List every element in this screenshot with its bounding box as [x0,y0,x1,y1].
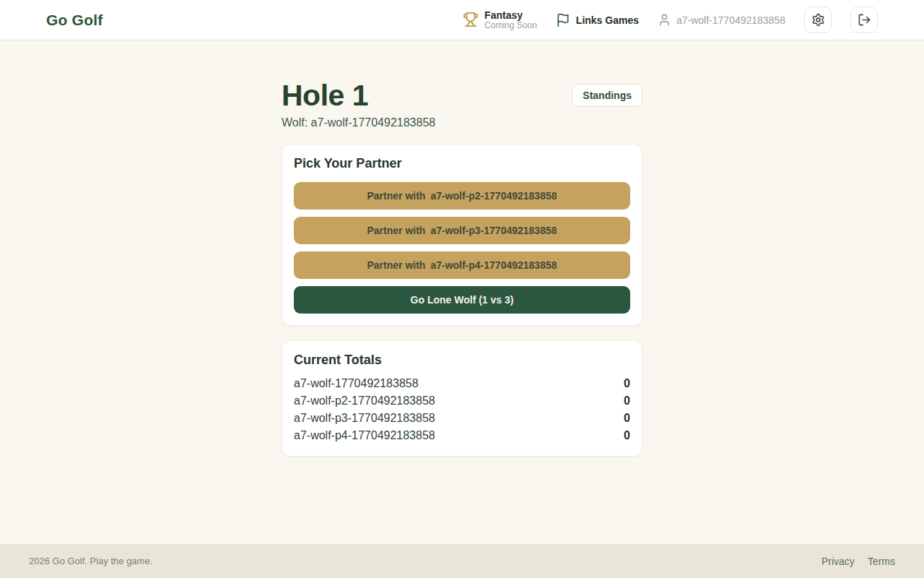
partner-button-p4[interactable]: Partner with a7-wolf-p4-1770492183858 [294,251,630,279]
terms-link[interactable]: Terms [868,556,895,567]
fantasy-sublabel: Coming Soon [484,21,537,31]
current-totals-card: Current Totals a7-wolf-1770492183858 0 a… [282,340,642,457]
player-name: a7-wolf-p3-1770492183858 [294,412,435,425]
pick-partner-heading: Pick Your Partner [294,156,630,171]
page-title: Hole 1 [282,78,368,113]
totals-row: a7-wolf-p4-1770492183858 0 [294,427,630,444]
partner-button-prefix: Partner with [367,190,425,202]
privacy-link[interactable]: Privacy [821,556,855,567]
partner-button-p2[interactable]: Partner with a7-wolf-p2-1770492183858 [294,182,630,210]
brand-logo[interactable]: Go Golf [46,12,103,29]
totals-row: a7-wolf-p3-1770492183858 0 [294,410,630,427]
fantasy-label: Fantasy [484,9,537,21]
lone-wolf-button[interactable]: Go Lone Wolf (1 vs 3) [294,286,630,314]
user-id-text: a7-wolf-1770492183858 [676,14,785,26]
fantasy-text: Fantasy Coming Soon [484,9,537,31]
logout-icon [858,13,871,27]
nav-item-links-games[interactable]: Links Games [556,13,639,27]
wolf-subtitle: Wolf: a7-wolf-1770492183858 [282,116,642,129]
links-games-label: Links Games [576,14,639,26]
footer: 2026 Go Golf. Play the game. Privacy Ter… [0,544,924,578]
wolf-subtitle-prefix: Wolf: [282,116,308,129]
header: Go Golf Fantasy Coming Soon [0,0,924,40]
partner-button-p3[interactable]: Partner with a7-wolf-p3-1770492183858 [294,217,630,244]
user-chip: a7-wolf-1770492183858 [658,13,785,27]
partner-button-name: a7-wolf-p4-1770492183858 [430,259,557,271]
header-nav: Fantasy Coming Soon Links Games a7-wolf-… [463,7,878,33]
player-name: a7-wolf-p2-1770492183858 [294,394,435,407]
footer-links: Privacy Terms [821,556,895,567]
player-score: 0 [624,429,630,442]
user-icon [658,13,671,27]
gear-icon [811,13,825,27]
partner-button-prefix: Partner with [367,259,425,271]
nav-item-fantasy[interactable]: Fantasy Coming Soon [463,9,537,31]
flag-icon [556,13,570,27]
trophy-icon [463,12,479,27]
main-content: Hole 1 Standings Wolf: a7-wolf-177049218… [0,40,924,544]
player-score: 0 [624,377,630,390]
current-totals-heading: Current Totals [294,353,630,368]
wolf-id: a7-wolf-1770492183858 [311,116,436,129]
logout-button[interactable] [850,7,878,33]
partner-button-name: a7-wolf-p2-1770492183858 [430,190,557,202]
standings-button[interactable]: Standings [572,84,642,107]
totals-row: a7-wolf-1770492183858 0 [294,375,630,392]
player-score: 0 [624,394,630,407]
footer-copyright: 2026 Go Golf. Play the game. [29,556,152,566]
totals-row: a7-wolf-p2-1770492183858 0 [294,392,630,410]
player-score: 0 [624,412,630,425]
title-row: Hole 1 Standings [282,78,642,113]
settings-button[interactable] [804,7,832,33]
partner-button-prefix: Partner with [367,225,425,236]
partner-button-name: a7-wolf-p3-1770492183858 [430,225,557,236]
pick-partner-card: Pick Your Partner Partner with a7-wolf-p… [282,144,642,326]
player-name: a7-wolf-p4-1770492183858 [294,429,435,442]
player-name: a7-wolf-1770492183858 [294,377,419,390]
